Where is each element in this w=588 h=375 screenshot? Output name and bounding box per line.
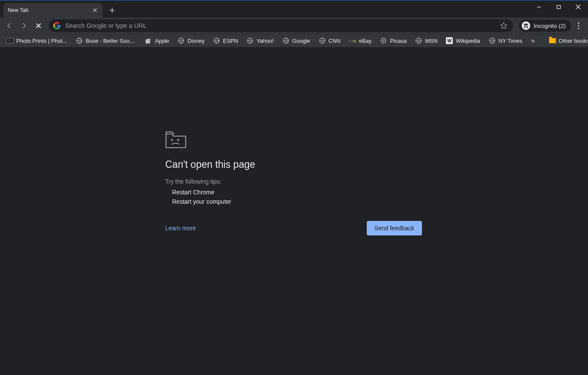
page-content: Can't open this page Try the following t… <box>0 48 588 375</box>
titlebar: New Tab <box>0 0 588 18</box>
bookmark-favicon <box>246 37 253 44</box>
tab-title: New Tab <box>8 7 92 13</box>
bookmark-favicon <box>415 37 422 44</box>
bookmark-item[interactable]: NY Times <box>485 36 526 46</box>
bookmark-item[interactable]: Google <box>279 36 314 46</box>
incognito-label: Incognito (2) <box>534 23 566 29</box>
bookmark-label: Apple <box>155 38 169 44</box>
svg-point-3 <box>578 27 579 29</box>
bookmark-label: Google <box>292 38 310 44</box>
bookmark-favicon <box>178 37 184 44</box>
omnibox[interactable] <box>49 19 513 32</box>
bookmark-label: Picasa <box>390 38 407 44</box>
bookmark-label: CNN <box>329 38 341 44</box>
svg-rect-0 <box>557 5 560 9</box>
bookmark-favicon <box>282 37 289 44</box>
close-window-button[interactable] <box>568 0 588 13</box>
bookmark-item[interactable]: Photo Prints | Phot... <box>3 36 71 46</box>
bookmark-item[interactable]: MSN <box>411 36 441 46</box>
error-tip: Restart Chrome <box>165 188 422 197</box>
google-icon <box>53 22 61 30</box>
other-bookmarks-label: Other bookmarks <box>559 38 588 44</box>
bookmark-favicon <box>380 37 387 44</box>
bookmark-label: ESPN <box>223 38 238 44</box>
bookmark-item[interactable]: CNN <box>315 36 344 46</box>
incognito-icon <box>522 21 530 30</box>
sad-folder-icon <box>165 131 186 148</box>
chrome-menu-button[interactable] <box>572 19 585 33</box>
bookmark-label: NY Times <box>499 38 523 44</box>
browser-tab[interactable]: New Tab <box>3 3 103 18</box>
bookmark-item[interactable]: ebayeBay <box>345 36 376 46</box>
bookmark-item[interactable]: Yahoo! <box>243 36 277 46</box>
bookmarks-overflow-button[interactable]: » <box>528 37 538 44</box>
error-panel: Can't open this page Try the following t… <box>165 131 422 235</box>
bookmark-label: eBay <box>359 38 372 44</box>
bookmark-item[interactable]: Picasa <box>376 36 410 46</box>
bookmark-favicon <box>489 37 496 44</box>
bookmark-item[interactable]: WWikipedia <box>442 36 484 46</box>
bookmark-item[interactable]: Disney <box>174 36 208 46</box>
folder-icon <box>549 37 556 44</box>
bookmark-favicon <box>76 37 83 44</box>
bookmark-favicon <box>213 37 220 44</box>
send-feedback-button[interactable]: Send feedback <box>367 221 422 235</box>
bookmark-label: Wikipedia <box>456 38 480 44</box>
window-controls <box>529 0 588 14</box>
bookmark-label: Photo Prints | Phot... <box>16 38 67 44</box>
bookmark-favicon: ebay <box>349 37 356 44</box>
error-tips-list: Restart ChromeRestart your computer <box>165 188 422 206</box>
close-tab-icon[interactable] <box>92 7 98 14</box>
bookmark-favicon <box>319 37 326 44</box>
incognito-indicator[interactable]: Incognito (2) <box>519 20 571 32</box>
back-button[interactable] <box>3 19 16 33</box>
nav-toolbar: Incognito (2) <box>0 18 588 34</box>
bookmark-star-icon[interactable] <box>499 21 509 31</box>
error-tip: Restart your computer <box>165 197 422 206</box>
maximize-button[interactable] <box>549 0 568 13</box>
error-title: Can't open this page <box>165 159 422 170</box>
bookmark-item[interactable]: Apple <box>141 36 173 46</box>
svg-point-2 <box>578 25 579 26</box>
minimize-button[interactable] <box>529 0 549 13</box>
bookmark-label: MSN <box>425 38 437 44</box>
forward-button[interactable] <box>17 19 31 33</box>
bookmark-label: Yahoo! <box>256 38 273 44</box>
bookmark-favicon <box>145 37 152 44</box>
new-tab-button[interactable] <box>106 4 118 16</box>
bookmarks-bar: Photo Prints | Phot...Bose - Better Soun… <box>0 34 588 48</box>
bookmark-favicon <box>6 37 13 44</box>
bookmark-item[interactable]: ESPN <box>209 36 242 46</box>
address-input[interactable] <box>65 22 494 29</box>
learn-more-link[interactable]: Learn more <box>165 225 196 232</box>
bookmark-item[interactable]: Bose - Better Soun... <box>72 36 140 46</box>
bookmark-label: Disney <box>187 38 205 44</box>
stop-reload-button[interactable] <box>32 19 45 33</box>
svg-point-1 <box>578 22 579 24</box>
bookmark-label: Bose - Better Soun... <box>86 38 137 44</box>
error-subtitle: Try the following tips: <box>165 178 422 185</box>
bookmark-favicon: W <box>446 37 453 44</box>
other-bookmarks-button[interactable]: Other bookmarks <box>545 36 588 46</box>
